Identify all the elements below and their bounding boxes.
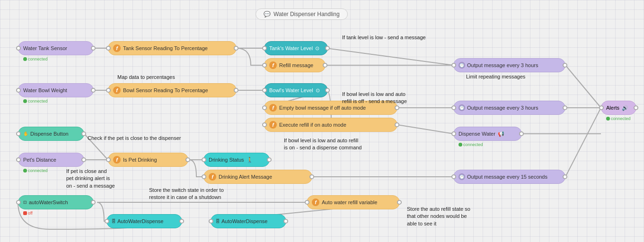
gauge-icon: ⊙ bbox=[316, 87, 320, 94]
port-left bbox=[106, 88, 111, 93]
annotation-check-pet: Check if the pet is close to the dispens… bbox=[88, 135, 181, 142]
function-icon: f bbox=[269, 61, 277, 69]
execute-refill-node[interactable]: f Execute refill if on auto mode bbox=[264, 118, 397, 132]
port-left bbox=[262, 105, 267, 110]
alerts-node[interactable]: Alerts 🔊 connected bbox=[601, 101, 636, 115]
auto-water-refill-var-node[interactable]: f Auto water refill variable bbox=[307, 195, 400, 209]
drinking-alert-msg-node[interactable]: f Drinking Alert Message bbox=[203, 170, 312, 184]
auto-water-dispense2-node[interactable]: 🗄 AutoWaterDispense bbox=[211, 214, 286, 228]
gauge-icon: ⊙ bbox=[315, 45, 319, 52]
port-left bbox=[106, 46, 111, 51]
bowl-sensor-reading-node[interactable]: f Bowl Sensor Reading To Percentage bbox=[108, 83, 237, 97]
port-right bbox=[81, 157, 86, 162]
port-right bbox=[634, 105, 638, 110]
pets-distance-node[interactable]: Pet's Distance connected bbox=[18, 153, 84, 167]
execute-refill-label: Execute refill if on auto mode bbox=[279, 122, 346, 128]
port-right bbox=[563, 105, 567, 110]
connected-status: connected bbox=[459, 142, 483, 147]
connected-status: connected bbox=[23, 57, 48, 61]
output-msg-3h-mid-node[interactable]: 🕐 Output message every 3 hours bbox=[453, 101, 565, 115]
water-bowl-weight-label: Water Bowl Weight bbox=[23, 87, 67, 93]
function-icon: f bbox=[113, 86, 121, 94]
output-msg-3h-mid-label: Output message every 3 hours bbox=[467, 105, 538, 111]
port-left bbox=[451, 131, 456, 136]
drinking-alert-msg-label: Drinking Alert Message bbox=[219, 174, 272, 180]
auto-water-dispense1-node[interactable]: 🗄 AutoWaterDispense bbox=[106, 214, 182, 228]
output-msg-15s-node[interactable]: 🕐 Output message every 15 seconds bbox=[453, 170, 565, 184]
pets-distance-label: Pet's Distance bbox=[23, 157, 56, 163]
auto-water-dispense1-label: AutoWaterDispense bbox=[117, 218, 163, 224]
annotation-tank-level: If tank level is low - send a message bbox=[342, 34, 426, 41]
port-right bbox=[323, 63, 327, 68]
dispense-water-node[interactable]: Dispense Water 📢 connected bbox=[453, 127, 522, 141]
port-right bbox=[325, 88, 330, 93]
db-icon: 🗄 bbox=[216, 219, 220, 224]
tanks-water-level-node[interactable]: Tank's Water Level ⊙ bbox=[264, 41, 328, 55]
alerts-label: Alerts bbox=[606, 105, 619, 111]
port-right bbox=[395, 122, 399, 127]
annotation-map-data: Map data to percentages bbox=[117, 74, 175, 81]
switch-icon: ⊡ bbox=[23, 200, 27, 205]
connected-status: connected bbox=[23, 99, 48, 104]
annotation-limit-repeating: Limit repeating messages bbox=[466, 73, 525, 80]
refill-message-node[interactable]: f Refill message bbox=[264, 58, 326, 72]
annotation-pet-close: If pet is close andpet drinking alert is… bbox=[66, 168, 115, 190]
is-pet-drinking-node[interactable]: f Is Pet Drinking bbox=[108, 153, 188, 167]
port-left bbox=[262, 63, 267, 68]
port-left bbox=[209, 219, 213, 224]
connected-status: connected bbox=[23, 168, 48, 173]
port-left bbox=[305, 200, 309, 205]
port-right bbox=[185, 157, 190, 162]
port-left bbox=[451, 105, 456, 110]
port-left bbox=[16, 157, 21, 162]
clock-icon: 🕐 bbox=[459, 62, 465, 69]
port-left bbox=[105, 219, 109, 224]
comment-icon: 💬 bbox=[264, 11, 271, 17]
output-msg-3h-top-node[interactable]: 🕐 Output message every 3 hours bbox=[453, 58, 565, 72]
dispense-water-label: Dispense Water bbox=[459, 131, 495, 137]
tanks-water-level-label: Tank's Water Level bbox=[269, 45, 313, 51]
function-icon: f bbox=[312, 199, 319, 206]
water-tank-sensor-node[interactable]: Water Tank Sensor connected bbox=[18, 41, 94, 55]
auto-water-switch-node[interactable]: ⊡ autoWaterSwitch off bbox=[18, 195, 94, 209]
port-right bbox=[563, 63, 567, 68]
water-bowl-weight-node[interactable]: Water Bowl Weight connected bbox=[18, 83, 94, 97]
off-status: off bbox=[23, 211, 33, 216]
port-right bbox=[91, 46, 96, 51]
function-icon: f bbox=[269, 121, 277, 129]
port-left bbox=[451, 63, 456, 68]
annotation-store-switch: Store the switch state in order torestor… bbox=[149, 187, 224, 201]
port-left bbox=[202, 174, 206, 179]
bowls-water-level-node[interactable]: Bowl's Water Level ⊙ bbox=[264, 83, 328, 97]
port-right bbox=[234, 88, 238, 93]
is-pet-drinking-label: Is Pet Drinking bbox=[123, 157, 157, 163]
port-right bbox=[309, 174, 314, 179]
port-right bbox=[91, 88, 96, 93]
water-tank-sensor-label: Water Tank Sensor bbox=[23, 45, 67, 51]
port-right bbox=[234, 46, 238, 51]
output-msg-15s-label: Output message every 15 seconds bbox=[467, 174, 547, 180]
drinking-status-node[interactable]: Drinking Status 🚶 bbox=[203, 153, 270, 167]
port-right bbox=[91, 200, 96, 205]
port-right bbox=[519, 131, 524, 136]
drinking-status-label: Drinking Status bbox=[209, 157, 244, 163]
person-icon: 🚶 bbox=[247, 157, 253, 163]
port-right bbox=[325, 46, 330, 51]
port-right bbox=[397, 200, 402, 205]
title-node: 💬 Water Dispenser Handling bbox=[256, 9, 348, 20]
port-left bbox=[599, 105, 604, 110]
port-right bbox=[267, 157, 272, 162]
dispense-button-node[interactable]: ✋ Dispense Button bbox=[18, 127, 84, 141]
empty-bowl-message-node[interactable]: f Empty bowl message if off auto mode bbox=[264, 101, 397, 115]
title-label: Water Dispenser Handling bbox=[273, 11, 340, 17]
function-icon: f bbox=[209, 173, 216, 181]
port-right bbox=[81, 131, 86, 136]
output-msg-3h-top-label: Output message every 3 hours bbox=[467, 62, 538, 68]
port-left bbox=[202, 157, 206, 162]
tank-sensor-reading-node[interactable]: f Tank Sensor Reading To Percentage bbox=[108, 41, 237, 55]
empty-bowl-message-label: Empty bowl message if off auto mode bbox=[279, 105, 366, 111]
port-right bbox=[563, 174, 567, 179]
speaker-icon: 🔊 bbox=[622, 105, 628, 111]
clock-icon: 🕐 bbox=[459, 104, 465, 111]
clock-icon: 🕐 bbox=[459, 173, 465, 180]
